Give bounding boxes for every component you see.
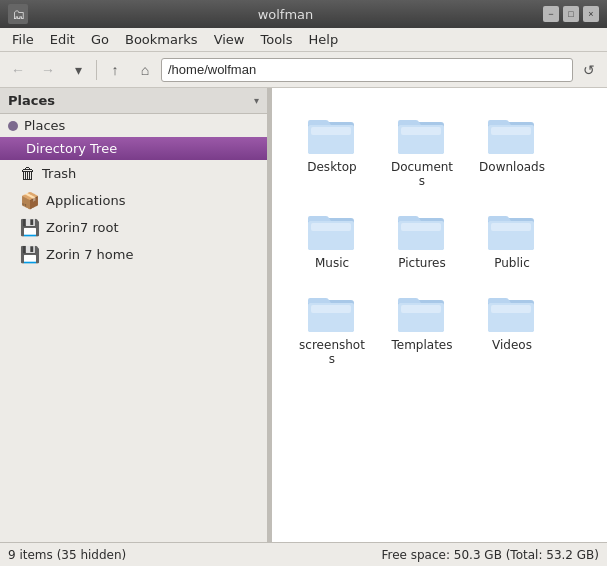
file-item-templates[interactable]: Templates [382,286,462,372]
file-label-pictures: Pictures [398,256,446,270]
menu-item-view[interactable]: View [206,30,253,49]
file-label-desktop: Desktop [307,160,357,174]
window-icon: 🗂 [8,4,28,24]
svg-rect-20 [311,305,351,313]
svg-rect-17 [491,223,531,231]
file-item-downloads[interactable]: Downloads [472,108,552,194]
file-item-screenshots[interactable]: screenshots [292,286,372,372]
main-area: Places ▾ Places Directory Tree 🗑 Trash 📦… [0,88,607,542]
titlebar: 🗂 wolfman − □ × [0,0,607,28]
file-grid: DesktopDocumentsDownloadsMusicPicturesPu… [272,88,607,542]
file-label-videos: Videos [492,338,532,352]
file-item-videos[interactable]: Videos [472,286,552,372]
window-controls: − □ × [543,6,599,22]
places-header-label: Places [8,93,55,108]
back-icon: ← [11,62,25,78]
svg-rect-14 [401,223,441,231]
app-icon: 🗂 [12,7,25,22]
file-item-documents[interactable]: Documents [382,108,462,194]
zorin7-root-label: Zorin7 root [46,220,119,235]
folder-icon-documents [398,114,446,156]
reload-button[interactable]: ↺ [575,56,603,84]
svg-rect-2 [311,127,351,135]
menubar: FileEditGoBookmarksViewToolsHelp [0,28,607,52]
trash-label: Trash [42,166,76,181]
back-button[interactable]: ← [4,56,32,84]
window-title: wolfman [28,7,543,22]
file-label-downloads: Downloads [479,160,545,174]
zorin7-home-icon: 💾 [20,245,40,264]
directory-tree-label: Directory Tree [26,141,117,156]
home-button[interactable]: ⌂ [131,56,159,84]
file-item-pictures[interactable]: Pictures [382,204,462,276]
forward-button[interactable]: → [34,56,62,84]
maximize-button[interactable]: □ [563,6,579,22]
file-label-documents: Documents [388,160,456,188]
places-header[interactable]: Places ▾ [0,88,267,114]
folder-icon-public [488,210,536,252]
menu-item-edit[interactable]: Edit [42,30,83,49]
forward-icon: → [41,62,55,78]
reload-icon: ↺ [583,62,595,78]
file-label-screenshots: screenshots [298,338,366,366]
svg-rect-8 [491,127,531,135]
zorin7-root-icon: 💾 [20,218,40,237]
location-input[interactable]: /home/wolfman [161,58,573,82]
file-item-music[interactable]: Music [292,204,372,276]
file-item-desktop[interactable]: Desktop [292,108,372,194]
toolbar: ← → ▾ ↑ ⌂ /home/wolfman ↺ [0,52,607,88]
status-space: Free space: 50.3 GB (Total: 53.2 GB) [381,548,599,562]
status-items: 9 items (35 hidden) [8,548,126,562]
history-dropdown-button[interactable]: ▾ [64,56,92,84]
folder-icon-templates [398,292,446,334]
file-item-public[interactable]: Public [472,204,552,276]
sidebar-item-zorin7-home[interactable]: 💾 Zorin 7 home [0,241,267,268]
up-icon: ↑ [112,62,119,78]
file-label-public: Public [494,256,530,270]
menu-item-bookmarks[interactable]: Bookmarks [117,30,206,49]
file-label-music: Music [315,256,349,270]
menu-item-help[interactable]: Help [301,30,347,49]
sidebar-section-places[interactable]: Places [0,114,267,137]
statusbar: 9 items (35 hidden) Free space: 50.3 GB … [0,542,607,566]
svg-rect-5 [401,127,441,135]
places-header-arrow-icon: ▾ [254,95,259,106]
folder-icon-music [308,210,356,252]
svg-rect-23 [401,305,441,313]
folder-icon-downloads [488,114,536,156]
home-icon: ⌂ [141,62,149,78]
applications-icon: 📦 [20,191,40,210]
sidebar-item-zorin7-root[interactable]: 💾 Zorin7 root [0,214,267,241]
menu-item-tools[interactable]: Tools [252,30,300,49]
sidebar-item-directory-tree[interactable]: Directory Tree [0,137,267,160]
folder-icon-desktop [308,114,356,156]
trash-icon: 🗑 [20,164,36,183]
toolbar-separator-1 [96,60,97,80]
dropdown-icon: ▾ [75,62,82,78]
file-label-templates: Templates [391,338,452,352]
folder-icon-screenshots [308,292,356,334]
svg-rect-26 [491,305,531,313]
minimize-button[interactable]: − [543,6,559,22]
sidebar: Places ▾ Places Directory Tree 🗑 Trash 📦… [0,88,268,542]
svg-rect-11 [311,223,351,231]
folder-icon-pictures [398,210,446,252]
sidebar-item-applications[interactable]: 📦 Applications [0,187,267,214]
close-button[interactable]: × [583,6,599,22]
applications-label: Applications [46,193,125,208]
menu-item-file[interactable]: File [4,30,42,49]
folder-icon-videos [488,292,536,334]
places-section-label: Places [24,118,65,133]
menu-item-go[interactable]: Go [83,30,117,49]
sidebar-item-trash[interactable]: 🗑 Trash [0,160,267,187]
zorin7-home-label: Zorin 7 home [46,247,133,262]
places-dot-icon [8,121,18,131]
up-button[interactable]: ↑ [101,56,129,84]
